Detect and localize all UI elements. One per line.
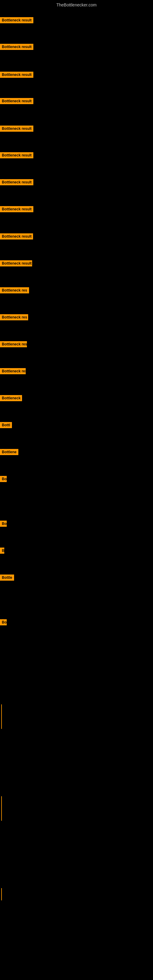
bottleneck-badge: Bottleneck res xyxy=(0,341,27,347)
vertical-line xyxy=(1,888,2,900)
bottleneck-badge: Bottleneck result xyxy=(0,126,33,132)
bottleneck-badge: B xyxy=(0,547,4,554)
bottleneck-badge: Bo xyxy=(0,476,7,482)
bottleneck-badge: Bottleneck res xyxy=(0,287,29,293)
bottleneck-badge: Bottleneck result xyxy=(0,152,33,158)
bottleneck-badge: Bottleneck res xyxy=(0,368,26,374)
bottleneck-badge: Bottl xyxy=(0,422,12,428)
bottleneck-badge: Bottleneck result xyxy=(0,72,33,78)
bottleneck-badge: Bottleneck result xyxy=(0,206,33,212)
bottleneck-badge: Bottleneck result xyxy=(0,260,32,266)
bottleneck-badge: Bottle xyxy=(0,574,14,581)
bottleneck-badge: Bottleneck result xyxy=(0,179,33,185)
bottleneck-badge: Bottleneck result xyxy=(0,44,33,50)
bottleneck-badge: Bottleneck result xyxy=(0,233,33,240)
bottleneck-badge: Bottleneck result xyxy=(0,98,33,104)
bottleneck-badge: Bottleneck xyxy=(0,395,22,401)
bottleneck-badge: Bottlene xyxy=(0,449,18,455)
vertical-line xyxy=(1,796,2,821)
vertical-line xyxy=(1,705,2,729)
bottleneck-badge: Bottleneck result xyxy=(0,17,33,23)
bottleneck-badge: Bo xyxy=(0,619,7,625)
bottleneck-badge: Bottleneck res xyxy=(0,314,28,320)
site-title: TheBottlenecker.com xyxy=(0,0,153,10)
bottleneck-badge: Bo xyxy=(0,520,7,527)
